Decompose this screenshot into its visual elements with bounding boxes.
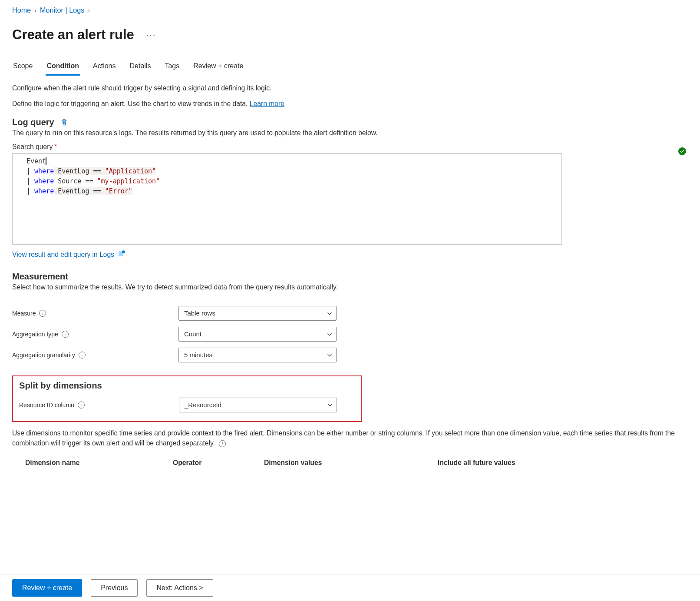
aggregation-granularity-value: 5 minutes	[184, 351, 212, 359]
aggregation-granularity-select[interactable]: 5 minutes	[178, 348, 337, 362]
chevron-down-icon	[327, 310, 333, 316]
tab-review-create[interactable]: Review + create	[192, 60, 244, 76]
delete-query-icon[interactable]	[60, 118, 68, 126]
breadcrumb: Home › Monitor | Logs ›	[12, 6, 688, 14]
breadcrumb-item-home[interactable]: Home	[12, 6, 31, 14]
aggregation-type-label: Aggregation type	[12, 331, 58, 338]
aggregation-type-select[interactable]: Count	[178, 327, 337, 342]
dimensions-table-header: Dimension name Operator Dimension values…	[12, 459, 688, 467]
search-query-label: Search query	[12, 143, 53, 151]
section-heading-split-label: Split by dimensions	[19, 381, 102, 391]
validation-ok-icon	[678, 147, 686, 155]
resource-id-column-select[interactable]: _ResourceId	[179, 398, 337, 412]
intro-text-1: Configure when the alert rule should tri…	[12, 84, 688, 92]
tab-actions[interactable]: Actions	[92, 60, 116, 76]
log-query-desc: The query to run on this resource's logs…	[12, 129, 688, 137]
measure-select[interactable]: Table rows	[178, 306, 337, 321]
view-result-link[interactable]: View result and edit query in Logs	[12, 250, 125, 259]
col-include-future: Include all future values	[438, 459, 675, 467]
learn-more-link[interactable]: Learn more	[250, 100, 284, 107]
measure-label: Measure	[12, 310, 36, 317]
section-heading-measurement: Measurement	[12, 272, 688, 282]
resource-id-column-value: _ResourceId	[185, 401, 221, 408]
chevron-down-icon	[327, 331, 333, 337]
section-heading-log-query: Log query	[12, 117, 688, 127]
tabs: Scope Condition Actions Details Tags Rev…	[12, 60, 688, 76]
section-heading-log-query-label: Log query	[12, 117, 54, 127]
tab-details[interactable]: Details	[129, 60, 152, 76]
view-result-link-label: View result and edit query in Logs	[12, 251, 114, 259]
page-title: Create an alert rule	[12, 27, 134, 43]
tab-condition[interactable]: Condition	[46, 60, 80, 76]
breadcrumb-sep: ›	[34, 7, 36, 14]
info-icon[interactable]: i	[39, 310, 46, 317]
dimensions-note: Use dimensions to monitor specific time …	[12, 428, 688, 448]
breadcrumb-sep: ›	[88, 7, 90, 14]
chevron-down-icon	[327, 402, 333, 408]
search-query-editor[interactable]: Event| where EventLog == "Application"| …	[12, 153, 562, 245]
chevron-down-icon	[327, 352, 333, 358]
measurement-desc: Select how to summarize the results. We …	[12, 283, 688, 291]
aggregation-granularity-label: Aggregation granularity	[12, 352, 75, 359]
col-operator: Operator	[173, 459, 264, 467]
intro-text-2: Define the logic for triggering an alert…	[12, 100, 688, 108]
measure-select-value: Table rows	[184, 309, 215, 317]
col-dimension-values: Dimension values	[264, 459, 438, 467]
intro-text-2-body: Define the logic for triggering an alert…	[12, 100, 250, 107]
info-icon[interactable]: i	[219, 440, 226, 447]
breadcrumb-item-monitor-logs[interactable]: Monitor | Logs	[40, 6, 84, 14]
aggregation-type-value: Count	[184, 330, 201, 338]
more-actions-button[interactable]: ···	[143, 29, 160, 41]
info-icon[interactable]: i	[79, 352, 86, 359]
tab-scope[interactable]: Scope	[12, 60, 33, 76]
dimensions-note-text: Use dimensions to monitor specific time …	[12, 429, 675, 447]
resource-id-column-label: Resource ID column	[19, 402, 74, 408]
tab-tags[interactable]: Tags	[164, 60, 180, 76]
section-heading-measurement-label: Measurement	[12, 272, 68, 282]
info-icon[interactable]: i	[78, 402, 85, 408]
open-logs-icon	[118, 250, 125, 259]
svg-point-1	[122, 250, 125, 253]
section-heading-split: Split by dimensions	[19, 381, 355, 391]
col-dimension-name: Dimension name	[25, 459, 173, 467]
required-indicator: *	[54, 143, 57, 151]
split-by-dimensions-highlight: Split by dimensions Resource ID column i…	[12, 375, 362, 422]
info-icon[interactable]: i	[62, 331, 69, 338]
